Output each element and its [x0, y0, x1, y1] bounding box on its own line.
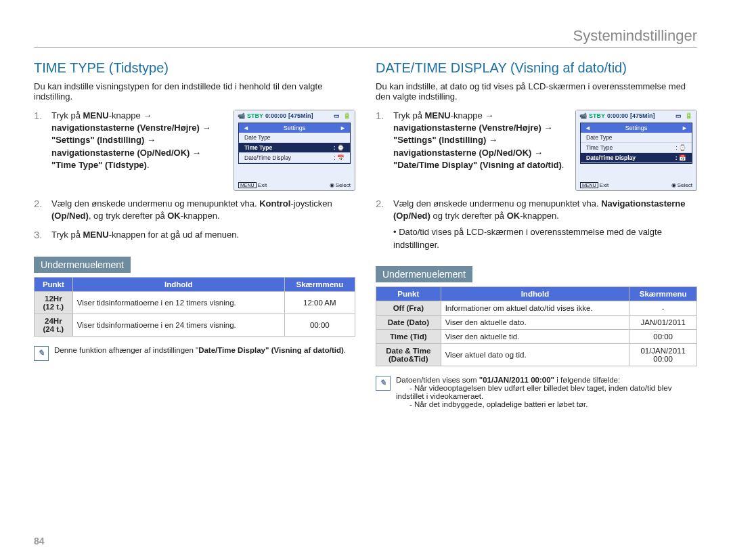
right-step1: Tryk på MENU-knappe → navigationstastern…: [393, 110, 569, 191]
left-note: ✎ Denne funktion afhænger af indstilling…: [34, 346, 355, 361]
left-step2: Vælg den ønskede undermenu og menupunkte…: [51, 198, 355, 222]
right-step2: Vælg den ønskede undermenu og menupunkte…: [393, 198, 697, 251]
step-number: 3.: [34, 229, 45, 241]
step-number: 1.: [376, 110, 386, 191]
left-intro: Du kan indstille visningstypen for den i…: [34, 81, 355, 102]
step-number: 1.: [34, 110, 45, 191]
left-column: TIME TYPE (Tidstype) Du kan indstille vi…: [34, 60, 355, 408]
page-number: 84: [34, 536, 45, 546]
step-number: 2.: [34, 198, 45, 222]
note-icon: ✎: [34, 346, 49, 361]
right-subhead: Undermenuelement: [376, 266, 472, 282]
left-table: Punkt Indhold Skærmmenu 12Hr (12 t.) Vis…: [34, 277, 355, 337]
note-icon: ✎: [376, 376, 391, 391]
lcd-screenshot-left: 📹 STBY 0:00:00 [475Min] ▭ 🔋 ◄Settings► D…: [234, 110, 355, 191]
left-step3: Tryk på MENU-knappen for at gå ud af men…: [51, 229, 355, 241]
left-subhead: Undermenuelement: [34, 257, 131, 273]
right-note: ✎ Datoen/tiden vises som "01/JAN/2011 00…: [376, 376, 697, 408]
right-title: DATE/TIME DISPLAY (Visning af dato/tid): [376, 60, 697, 76]
step-number: 2.: [376, 198, 386, 251]
right-intro: Du kan indstille, at dato og tid vises p…: [376, 81, 697, 102]
left-title: TIME TYPE (Tidstype): [34, 60, 355, 76]
right-column: DATE/TIME DISPLAY (Visning af dato/tid) …: [376, 60, 697, 408]
left-step1: Tryk på MENU-knappe → navigationstastern…: [51, 110, 227, 191]
page-header: Systemindstillinger: [34, 27, 697, 48]
lcd-screenshot-right: 📹 STBY 0:00:00 [475Min] ▭ 🔋 ◄Settings► D…: [575, 110, 697, 191]
right-table: Punkt Indhold Skærmmenu Off (Fra) Inform…: [376, 286, 697, 366]
